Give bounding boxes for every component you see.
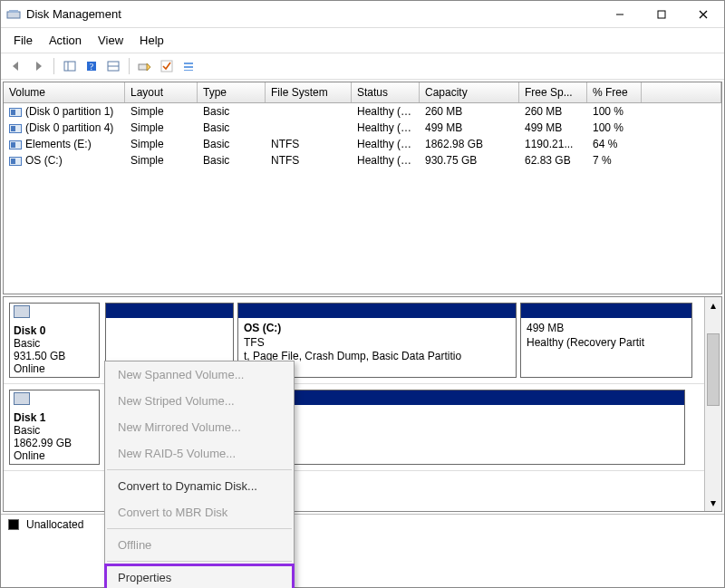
close-button[interactable]	[682, 1, 724, 28]
cell-pctfree: 100 %	[587, 120, 642, 136]
cell-status: Healthy (E...	[352, 103, 420, 120]
cell-status: Healthy (R...	[352, 120, 420, 136]
cell-layout: Simple	[125, 103, 198, 120]
disk-label[interactable]: Disk 0Basic931.50 GBOnline	[9, 303, 100, 378]
disk-size: 1862.99 GB	[14, 437, 72, 449]
disk-status: Online	[14, 449, 45, 462]
partition-line: Healthy (Recovery Partit	[527, 336, 644, 349]
cell-volume: (Disk 0 partition 4)	[4, 120, 125, 136]
volume-icon	[9, 140, 22, 149]
maximize-button[interactable]	[641, 1, 682, 28]
context-menu-item: Offline	[105, 532, 294, 558]
svg-rect-14	[184, 63, 193, 64]
app-icon	[6, 7, 21, 22]
back-icon[interactable]	[6, 56, 26, 76]
partition-body: 499 MBHealthy (Recovery Partit	[521, 318, 691, 377]
forward-icon[interactable]	[28, 56, 48, 76]
disk-label[interactable]: Disk 1Basic1862.99 GBOnline	[9, 390, 100, 465]
col-status[interactable]: Status	[352, 82, 420, 102]
cell-filesystem	[266, 120, 352, 136]
minimize-button[interactable]	[599, 1, 641, 28]
volume-icon	[9, 124, 22, 133]
cell-capacity: 1862.98 GB	[420, 136, 519, 152]
toolbar-separator	[129, 58, 130, 74]
table-row[interactable]: (Disk 0 partition 4)SimpleBasicHealthy (…	[4, 120, 721, 136]
partition-line: TFS	[244, 336, 265, 349]
col-type[interactable]: Type	[198, 82, 266, 102]
cell-status: Healthy (B...	[352, 136, 420, 152]
partition-title: OS (C:)	[244, 322, 281, 334]
check-icon[interactable]	[157, 56, 177, 76]
context-menu-item: New Striped Volume...	[105, 388, 294, 414]
cell-capacity: 930.75 GB	[420, 152, 519, 169]
refresh-icon[interactable]	[103, 56, 123, 76]
menu-help[interactable]: Help	[132, 32, 171, 49]
svg-rect-0	[7, 12, 20, 18]
scroll-down-icon[interactable]: ▾	[705, 495, 721, 511]
show-hide-tree-icon[interactable]	[60, 56, 80, 76]
context-menu-item: New Spanned Volume...	[105, 361, 294, 388]
col-capacity[interactable]: Capacity	[420, 82, 519, 102]
svg-text:?: ?	[90, 62, 94, 72]
disk-name: Disk 1	[14, 411, 95, 424]
table-row[interactable]: (Disk 0 partition 1)SimpleBasicHealthy (…	[4, 103, 721, 120]
col-pctfree[interactable]: % Free	[587, 82, 642, 102]
menu-view[interactable]: View	[91, 32, 130, 49]
list-icon[interactable]	[179, 56, 198, 76]
cell-freespace: 499 MB	[519, 120, 587, 136]
vertical-scrollbar[interactable]: ▴ ▾	[705, 297, 721, 511]
svg-rect-15	[184, 66, 193, 68]
scroll-up-icon[interactable]: ▴	[705, 297, 721, 313]
disk-name: Disk 0	[14, 324, 95, 337]
menu-action[interactable]: Action	[42, 32, 89, 49]
menu-separator	[107, 469, 292, 470]
col-freespace[interactable]: Free Sp...	[519, 82, 587, 102]
context-menu-item: New Mirrored Volume...	[105, 414, 294, 440]
svg-rect-16	[184, 70, 193, 71]
disk-status: Online	[14, 362, 45, 375]
cell-type: Basic	[198, 103, 266, 120]
partition-header	[238, 304, 516, 318]
cell-filesystem: NTFS	[266, 136, 352, 152]
disk-context-menu: New Spanned Volume...New Striped Volume.…	[104, 361, 295, 588]
disk-partition[interactable]: 499 MBHealthy (Recovery Partit	[520, 303, 692, 378]
context-menu-item[interactable]: Properties	[105, 564, 294, 588]
legend-label: Unallocated	[26, 518, 83, 531]
help-icon[interactable]: ?	[82, 56, 102, 76]
cell-type: Basic	[198, 136, 266, 152]
context-menu-item[interactable]: Convert to Dynamic Disk...	[105, 473, 294, 499]
context-menu-item: New RAID-5 Volume...	[105, 440, 294, 467]
cell-freespace: 62.83 GB	[519, 152, 587, 169]
col-layout[interactable]: Layout	[125, 82, 198, 102]
window-title: Disk Management	[26, 7, 121, 21]
col-volume[interactable]: Volume	[4, 82, 125, 102]
svg-rect-1	[9, 10, 18, 13]
menu-file[interactable]: File	[6, 32, 40, 49]
svg-rect-3	[658, 11, 665, 18]
legend-swatch-unallocated	[8, 519, 19, 530]
cell-status: Healthy (B...	[352, 152, 420, 169]
toolbar-separator	[53, 58, 54, 74]
cell-pctfree: 7 %	[587, 152, 642, 169]
cell-type: Basic	[198, 120, 266, 136]
disk-type: Basic	[14, 424, 40, 437]
volume-icon	[9, 108, 22, 117]
menu-separator	[107, 561, 292, 562]
cell-layout: Simple	[125, 120, 198, 136]
cell-layout: Simple	[125, 136, 198, 152]
volume-table-header: Volume Layout Type File System Status Ca…	[4, 82, 721, 103]
col-blank[interactable]	[642, 82, 721, 102]
svg-rect-13	[161, 61, 172, 72]
cell-volume: (Disk 0 partition 1)	[4, 103, 125, 120]
table-row[interactable]: OS (C:)SimpleBasicNTFSHealthy (B...930.7…	[4, 152, 721, 169]
settings-icon[interactable]	[135, 56, 155, 76]
scrollbar-thumb[interactable]	[707, 333, 720, 406]
menu-separator	[107, 528, 292, 529]
cell-volume: Elements (E:)	[4, 136, 125, 152]
volume-icon	[9, 157, 22, 166]
cell-capacity: 260 MB	[420, 103, 519, 120]
table-row[interactable]: Elements (E:)SimpleBasicNTFSHealthy (B..…	[4, 136, 721, 152]
cell-layout: Simple	[125, 152, 198, 169]
disk-size: 931.50 GB	[14, 350, 65, 362]
col-filesystem[interactable]: File System	[266, 82, 352, 102]
